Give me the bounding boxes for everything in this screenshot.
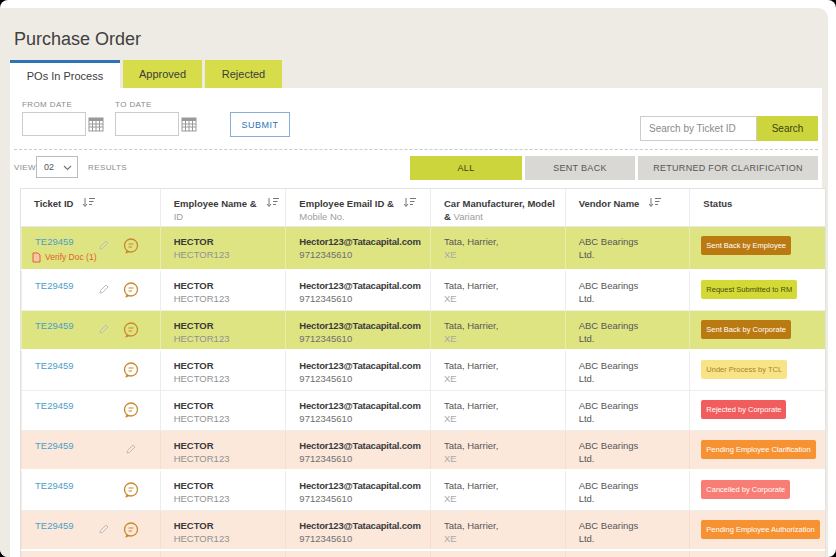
chat-icon[interactable] — [122, 237, 140, 255]
car-cell: Tata, Harrier,XE — [430, 551, 565, 557]
employee-cell: HECTORHECTOR123 — [160, 227, 286, 269]
ticket-id-link[interactable]: TE29459 — [35, 236, 74, 247]
car-cell: Tata, Harrier,XE — [430, 227, 565, 269]
divider — [14, 149, 818, 150]
page-title: Purchase Order — [14, 29, 141, 50]
car-cell: Tata, Harrier,XE — [430, 471, 565, 510]
employee-cell: HECTORHECTOR123 — [160, 471, 286, 510]
submit-button[interactable]: SUBMIT — [230, 112, 290, 137]
email-cell: Hector123@Tatacapital.com9712345610 — [285, 391, 430, 430]
table-row: TE29459 HECTORHECTOR123 Hector123@Tataca… — [21, 511, 825, 551]
edit-icon[interactable] — [98, 239, 110, 251]
sort-icon[interactable] — [266, 197, 279, 208]
col-header-car: Car Manufacturer, Model& Variant — [430, 189, 565, 226]
view-label: VIEW — [14, 163, 36, 172]
chat-icon[interactable] — [122, 361, 140, 379]
sort-icon[interactable] — [403, 197, 416, 208]
ticket-id-link[interactable]: TE29459 — [35, 440, 74, 451]
sort-icon[interactable] — [648, 197, 661, 208]
sort-icon[interactable] — [82, 197, 95, 208]
ticket-id-link[interactable]: TE29459 — [35, 280, 74, 291]
view-count-select[interactable]: 02 — [36, 156, 78, 178]
status-badge: Cancelled by Corporate — [701, 480, 790, 499]
table-row: TE29459 HECTORHECTOR123 Hector123@Tataca… — [21, 311, 825, 351]
to-date-label: TO DATE — [115, 100, 152, 109]
edit-icon[interactable] — [125, 443, 137, 455]
table-row: TE29459 HECTORHECTOR123 Hector123@Tataca… — [21, 271, 825, 311]
table-row: TE29459 HECTORHECTOR123 Hector123@Tataca… — [21, 471, 825, 511]
chat-icon[interactable] — [122, 481, 140, 499]
chat-icon[interactable] — [122, 521, 140, 539]
table-row: TE29459 HECTORHECTOR123 Hector123@Tataca… — [21, 431, 825, 471]
ticket-cell: TE29459 — [21, 351, 160, 390]
edit-icon[interactable] — [98, 323, 110, 335]
col-header-vendor: Vendor Name — [565, 189, 690, 226]
edit-icon[interactable] — [98, 283, 110, 295]
filter-sent-back-button[interactable]: SENT BACK — [525, 156, 635, 180]
tab-pos-in-process[interactable]: POs In Process — [10, 60, 120, 88]
ticket-id-link[interactable]: TE29459 — [35, 320, 74, 331]
status-cell: Under Process by TCL — [689, 351, 825, 390]
chevron-down-icon — [63, 165, 72, 171]
status-cell: Sent Back by Corporate — [689, 311, 825, 349]
table-header: Ticket ID Employee Name &ID Employee Ema… — [21, 189, 825, 227]
chat-icon[interactable] — [122, 281, 140, 299]
email-cell: Hector123@Tatacapital.com9712345610 — [285, 227, 430, 269]
employee-cell: HECTORHECTOR123 — [160, 311, 286, 349]
verify-doc-link[interactable]: Verify Doc (1) — [32, 251, 97, 264]
email-cell: Hector123@Tatacapital.com9712345610 — [285, 431, 430, 469]
ticket-id-link[interactable]: TE29459 — [35, 480, 74, 491]
table-body: TE29459 Verify Doc (1) HECTORHECTOR123 H… — [21, 227, 825, 557]
status-badge: Pending Employee Clarification — [701, 440, 815, 459]
tab-rejected[interactable]: Rejected — [205, 60, 282, 88]
status-badge: Under Process by TCL — [701, 360, 787, 379]
car-cell: Tata, Harrier,XE — [430, 511, 565, 549]
status-cell: Pending Corporate Authorization — [689, 551, 825, 557]
calendar-icon[interactable] — [88, 116, 104, 132]
car-cell: Tata, Harrier,XE — [430, 391, 565, 430]
email-cell: Hector123@Tatacapital.com9712345610 — [285, 311, 430, 349]
vendor-cell: ABC BearingsLtd. — [565, 511, 690, 549]
search-button[interactable]: Search — [757, 116, 818, 141]
employee-cell: HECTORHECTOR123 — [160, 551, 286, 557]
search-input[interactable]: Search by Ticket ID — [640, 116, 757, 141]
chat-icon[interactable] — [122, 401, 140, 419]
calendar-icon[interactable] — [181, 116, 197, 132]
email-cell: Hector123@Tatacapital.com9712345610 — [285, 471, 430, 510]
filter-returned-button[interactable]: RETURNED FOR CLARIFICATION — [638, 156, 818, 180]
status-badge: Sent Back by Employee — [701, 236, 791, 255]
ticket-id-link[interactable]: TE29459 — [35, 400, 74, 411]
vendor-cell: ABC BearingsLtd. — [565, 551, 690, 557]
ticket-id-link[interactable]: TE29459 — [35, 360, 74, 371]
status-badge: Pending Employee Authorization — [701, 520, 819, 539]
to-date-input[interactable] — [115, 112, 179, 136]
employee-cell: HECTORHECTOR123 — [160, 271, 286, 310]
table-row: TE29459 HECTORHECTOR123 Hector123@Tataca… — [21, 551, 825, 557]
car-cell: Tata, Harrier,XE — [430, 351, 565, 390]
content-panel: Purchase Order POs In Process Approved R… — [0, 8, 828, 557]
tab-approved[interactable]: Approved — [123, 60, 202, 88]
po-table: Ticket ID Employee Name &ID Employee Ema… — [20, 188, 826, 557]
ticket-cell: TE29459 — [21, 551, 160, 557]
ticket-cell: TE29459 Verify Doc (1) — [21, 227, 160, 269]
filter-all-button[interactable]: ALL — [410, 156, 522, 180]
car-cell: Tata, Harrier,XE — [430, 431, 565, 469]
status-cell: Pending Employee Authorization — [689, 511, 825, 549]
vendor-cell: ABC BearingsLtd. — [565, 227, 690, 269]
table-row: TE29459 HECTORHECTOR123 Hector123@Tataca… — [21, 351, 825, 391]
email-cell: Hector123@Tatacapital.com9712345610 — [285, 351, 430, 390]
status-cell: Rejected by Corporate — [689, 391, 825, 430]
col-header-employee-email: Employee Email ID &Mobile No. — [285, 189, 430, 226]
status-badge: Sent Back by Corporate — [701, 320, 791, 339]
ticket-cell: TE29459 — [21, 311, 160, 349]
status-cell: Request Submitted to RM — [689, 271, 825, 310]
vendor-cell: ABC BearingsLtd. — [565, 311, 690, 349]
ticket-id-link[interactable]: TE29459 — [35, 520, 74, 531]
results-label: RESULTS — [88, 163, 127, 172]
status-cell: Cancelled by Corporate — [689, 471, 825, 510]
ticket-cell: TE29459 — [21, 391, 160, 430]
status-badge: Rejected by Corporate — [701, 400, 786, 419]
chat-icon[interactable] — [122, 321, 140, 339]
edit-icon[interactable] — [98, 523, 110, 535]
from-date-input[interactable] — [22, 112, 86, 136]
